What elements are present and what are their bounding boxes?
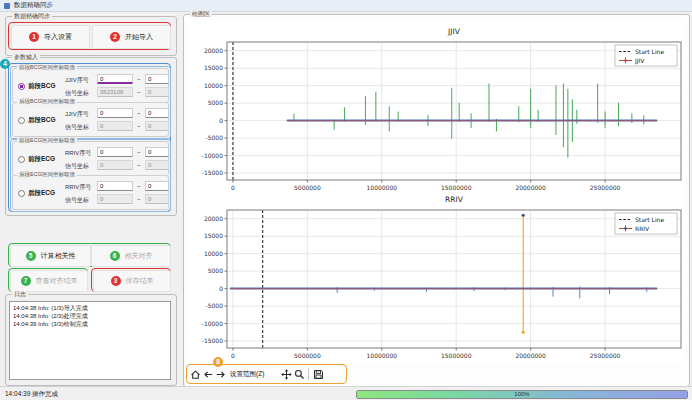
field-label: 信号坐标 (65, 123, 97, 132)
signal-coord-end-input (145, 121, 169, 131)
save-result-label: 保存结果 (126, 276, 154, 286)
svg-text:RRIV: RRIV (445, 195, 464, 204)
svg-text:10000: 10000 (204, 250, 223, 257)
view-align-result-button[interactable]: 7 查看对齐结果 (10, 270, 88, 292)
toolbar-separator (308, 368, 309, 380)
signal-coord-end-input (145, 160, 169, 170)
log-textarea[interactable]: 14:04:38 Info: (1/3)导入完成 14:04:38 Info: … (9, 301, 171, 380)
svg-text:-5000: -5000 (206, 134, 224, 141)
radio-circle-icon (18, 190, 25, 197)
svg-text:-5000: -5000 (206, 302, 224, 309)
svg-text:0: 0 (219, 117, 223, 124)
section-title: 后段ECG区间坐标取值 (17, 172, 77, 178)
forward-icon[interactable] (214, 368, 226, 380)
jjiv-index-end-input[interactable] (145, 74, 169, 84)
svg-text:15000: 15000 (204, 64, 223, 71)
svg-text:-15000: -15000 (202, 169, 223, 176)
svg-text:20000: 20000 (204, 47, 223, 54)
field-label: 信号坐标 (65, 162, 97, 171)
svg-text:5000000: 5000000 (294, 352, 321, 359)
zoom-icon[interactable] (293, 368, 305, 380)
svg-text:-10000: -10000 (202, 152, 223, 159)
svg-text:-10000: -10000 (202, 320, 223, 327)
progress-percent: 100% (357, 391, 687, 397)
field-label: JJIV序号 (65, 110, 97, 119)
section-title: 后段BCG区间坐标取值 (17, 99, 77, 105)
svg-text:15000: 15000 (204, 232, 223, 239)
step-badge-7: 7 (21, 276, 31, 286)
svg-text:25000000: 25000000 (590, 352, 621, 359)
radio-circle-icon (18, 83, 25, 90)
svg-text:20000000: 20000000 (515, 184, 546, 191)
svg-text:-15000: -15000 (202, 337, 223, 344)
home-icon[interactable] (189, 368, 201, 380)
svg-text:15000000: 15000000 (441, 352, 472, 359)
rriv-index-start-input[interactable] (97, 147, 133, 157)
field-label: JJIV序号 (65, 76, 97, 85)
jjiv-index-start-input[interactable] (97, 108, 133, 118)
step-badge-5: 5 (26, 251, 36, 261)
field-label: 信号坐标 (65, 89, 97, 98)
svg-text:10000: 10000 (204, 82, 223, 89)
radio-label: 前段BCG (28, 82, 55, 91)
tilde: ~ (137, 89, 141, 95)
signal-coord-end-input (145, 194, 169, 204)
log-line: 14:04:39 Info: (3/3)绘制完成 (13, 320, 170, 328)
status-bar: 14:04:39 操作完成 100% (0, 386, 692, 400)
plot-group-title: 绘图区 (190, 11, 212, 17)
view-align-result-label: 查看对齐结果 (36, 276, 78, 286)
set-range-button[interactable]: 设置范围(Z) (230, 370, 264, 379)
field-label: RRIV序号 (65, 149, 97, 158)
svg-text:Start Line: Start Line (635, 216, 664, 223)
pan-icon[interactable] (280, 368, 292, 380)
svg-text:0: 0 (231, 352, 235, 359)
sync-group-title: 数据精确同步 (12, 13, 52, 19)
figure-canvas: JJIV050000001000000015000000200000002500… (186, 20, 685, 364)
tilde: ~ (137, 76, 141, 82)
correlation-align-button[interactable]: 6 相关对齐 (91, 245, 171, 267)
rriv-index-start-input[interactable] (97, 181, 133, 191)
svg-text:Start Line: Start Line (635, 48, 664, 55)
svg-text:20000000: 20000000 (515, 352, 546, 359)
step-badge-6: 6 (110, 251, 120, 261)
radio-circle-icon (18, 117, 25, 124)
save-result-button[interactable]: 3 保存结果 (93, 270, 171, 292)
radio-label: 后段BCG (28, 116, 55, 125)
tilde: ~ (137, 162, 141, 168)
svg-text:0: 0 (231, 184, 235, 191)
app-icon (4, 3, 10, 9)
correlation-align-label: 相关对齐 (125, 251, 153, 261)
section-rear-bcg: 后段BCG区间坐标取值 后段BCG JJIV序号 ~ 信号坐标 ~ (12, 102, 169, 137)
rriv-chart: RRIV050000001000000015000000200000002500… (186, 192, 685, 362)
radio-label: 后段ECG (28, 189, 55, 198)
start-import-button[interactable]: 2 开始导入 (92, 25, 171, 49)
svg-text:JJIV: JJIV (634, 57, 645, 65)
import-settings-button[interactable]: 1 导入设置 (11, 25, 90, 49)
radio-rear-ecg[interactable]: 后段ECG (18, 189, 55, 198)
svg-text:0: 0 (219, 285, 223, 292)
save-icon[interactable] (312, 368, 324, 380)
radio-rear-bcg[interactable]: 后段BCG (18, 116, 55, 125)
rriv-index-end-input[interactable] (145, 181, 169, 191)
compute-correlation-button[interactable]: 5 计算相关性 (10, 245, 91, 267)
section-title: 前段ECG区间坐标取值 (17, 138, 77, 144)
radio-front-bcg[interactable]: 前段BCG (18, 82, 55, 91)
rriv-index-end-input[interactable] (145, 147, 169, 157)
svg-text:20000: 20000 (204, 215, 223, 222)
import-settings-label: 导入设置 (44, 32, 72, 42)
svg-text:15000000: 15000000 (441, 184, 472, 191)
jjiv-index-end-input[interactable] (145, 108, 169, 118)
tilde: ~ (137, 149, 141, 155)
svg-text:RRIV: RRIV (635, 225, 650, 232)
jjiv-index-start-input[interactable] (97, 74, 133, 84)
params-group-title: 参数输入 (12, 54, 40, 60)
step-badge-4: 4 (0, 59, 10, 69)
status-text: 14:04:39 操作完成 (5, 390, 58, 399)
back-icon[interactable] (202, 368, 214, 380)
compute-correlation-label: 计算相关性 (41, 251, 76, 261)
step-badge-3: 3 (111, 276, 121, 286)
title-bar: 数据精确同步 (0, 0, 692, 12)
radio-front-ecg[interactable]: 前段ECG (18, 155, 55, 164)
window-title: 数据精确同步 (14, 1, 53, 10)
signal-coord-start-input (97, 121, 133, 131)
